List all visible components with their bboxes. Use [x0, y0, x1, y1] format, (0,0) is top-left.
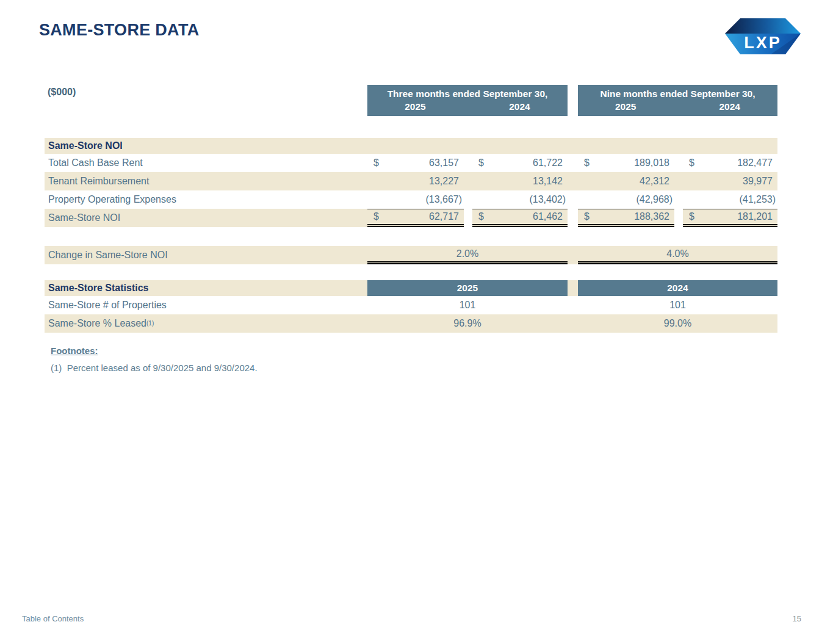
row-label-text: Same-Store % Leased: [48, 318, 146, 329]
year-label: 2025: [367, 100, 463, 114]
total-value-cell: $188,362: [578, 209, 674, 227]
row-label: Tenant Reimbursement: [45, 172, 367, 190]
period-header-years: 2025 2024: [367, 100, 568, 114]
value-cell: 13,227: [367, 172, 464, 190]
row-label: Same-Store NOI: [45, 209, 367, 227]
value-cell: (41,253): [683, 190, 777, 209]
value: 188,362: [634, 211, 669, 222]
table-row-number-of-properties: Same-Store # of Properties 101 101: [45, 296, 777, 314]
table-row-tenant-reimbursement: Tenant Reimbursement 13,227 13,142 42,31…: [45, 172, 777, 190]
total-value-cell: $62,717: [367, 209, 464, 227]
group-gap: [568, 172, 578, 190]
same-store-table: Same-Store NOI Total Cash Base Rent $63,…: [45, 138, 777, 333]
footnotes-heading: Footnotes:: [51, 346, 258, 356]
value: 189,018: [634, 157, 669, 168]
table-row-property-operating-expenses: Property Operating Expenses (13,667) (13…: [45, 190, 777, 209]
period-headers: Three months ended September 30, 2025 20…: [45, 85, 777, 116]
total-value-cell: $61,462: [472, 209, 568, 227]
total-value-cell: $181,201: [683, 209, 777, 227]
table-row-total-cash-base-rent: Total Cash Base Rent $63,157 $61,722 $18…: [45, 154, 777, 172]
table-row-percent-leased: Same-Store % Leased(1) 96.9% 99.0%: [45, 314, 777, 333]
currency-symbol: $: [584, 211, 590, 222]
table-row-same-store-noi-total: Same-Store NOI $62,717 $61,462 $188,362 …: [45, 209, 777, 227]
value-cell: $189,018: [578, 154, 674, 172]
period-header-title: Nine months ended September 30,: [578, 87, 777, 100]
value-cell: (13,402): [472, 190, 568, 209]
currency-symbol: $: [478, 157, 484, 168]
period-header-years: 2025 2024: [578, 100, 777, 114]
year-gap: [674, 100, 682, 114]
table-of-contents-link[interactable]: Table of Contents: [22, 614, 84, 623]
value-cell: 42,312: [578, 172, 674, 190]
value: (13,402): [529, 194, 566, 205]
lxp-logo: LXP: [724, 18, 801, 55]
value: (42,968): [636, 194, 673, 205]
row-label: Change in Same-Store NOI: [45, 246, 367, 264]
stats-year-2025: 2025: [367, 280, 568, 296]
currency-symbol: $: [689, 157, 694, 168]
currency-symbol: $: [373, 211, 379, 222]
noi-section-header-row: Same-Store NOI: [45, 138, 777, 154]
value: 182,477: [737, 157, 773, 168]
column-gap: [674, 209, 683, 227]
row-label: Same-Store % Leased(1): [45, 314, 367, 333]
section-header: Same-Store NOI: [45, 138, 777, 154]
value: 42,312: [640, 176, 669, 187]
change-value-nine-months: 4.0%: [578, 246, 777, 264]
group-gap: [568, 209, 578, 227]
stat-value: 99.0%: [578, 314, 777, 333]
period-header-three-months: Three months ended September 30, 2025 20…: [367, 85, 568, 116]
page-number: 15: [793, 614, 801, 623]
lxp-logo-icon: LXP: [724, 18, 801, 55]
column-gap: [464, 154, 472, 172]
value-cell: (42,968): [578, 190, 674, 209]
stat-value: 96.9%: [367, 314, 568, 333]
column-gap: [674, 172, 683, 190]
currency-symbol: $: [689, 211, 694, 222]
value: 13,227: [429, 176, 459, 187]
section-header: Same-Store Statistics: [45, 280, 367, 296]
value: 62,717: [429, 211, 459, 222]
currency-symbol: $: [478, 211, 484, 222]
group-gap: [568, 280, 578, 296]
column-gap: [464, 172, 472, 190]
period-header-title: Three months ended September 30,: [367, 87, 568, 100]
value: (13,667): [425, 194, 462, 205]
currency-symbol: $: [373, 157, 379, 168]
value: 61,722: [533, 157, 563, 168]
column-gap: [464, 209, 472, 227]
value: 13,142: [533, 176, 563, 187]
currency-symbol: $: [584, 157, 590, 168]
table-row-change-in-same-store-noi: Change in Same-Store NOI 2.0% 4.0%: [45, 246, 777, 264]
value-cell: (13,667): [367, 190, 464, 209]
footnotes: Footnotes: (1) Percent leased as of 9/30…: [51, 346, 258, 373]
footnote-item: (1) Percent leased as of 9/30/2025 and 9…: [51, 363, 258, 373]
value: 61,462: [533, 211, 563, 222]
period-header-nine-months: Nine months ended September 30, 2025 202…: [578, 85, 777, 116]
value: 63,157: [429, 157, 459, 168]
slide-page: SAME-STORE DATA LXP ($000): [0, 0, 833, 644]
year-gap: [463, 100, 472, 114]
column-gap: [674, 190, 683, 209]
value-cell: $182,477: [683, 154, 777, 172]
group-gap: [568, 190, 578, 209]
value-cell: 13,142: [472, 172, 568, 190]
year-label: 2024: [472, 100, 568, 114]
change-value-three-months: 2.0%: [367, 246, 568, 264]
value-cell: 39,977: [683, 172, 777, 190]
value-cell: $63,157: [367, 154, 464, 172]
value: 181,201: [737, 211, 773, 222]
stat-value: 101: [578, 296, 777, 314]
year-label: 2024: [682, 100, 778, 114]
row-label: Same-Store # of Properties: [45, 296, 367, 314]
value-cell: $61,722: [472, 154, 568, 172]
value: (41,253): [739, 194, 776, 205]
stat-value: 101: [367, 296, 568, 314]
stats-section-header-row: Same-Store Statistics 2025 2024: [45, 280, 777, 296]
row-label: Property Operating Expenses: [45, 190, 367, 209]
row-label: Total Cash Base Rent: [45, 154, 367, 172]
lxp-logo-text: LXP: [744, 34, 782, 52]
page-title: SAME-STORE DATA: [39, 21, 200, 40]
group-gap: [568, 154, 578, 172]
group-gap: [568, 296, 578, 314]
